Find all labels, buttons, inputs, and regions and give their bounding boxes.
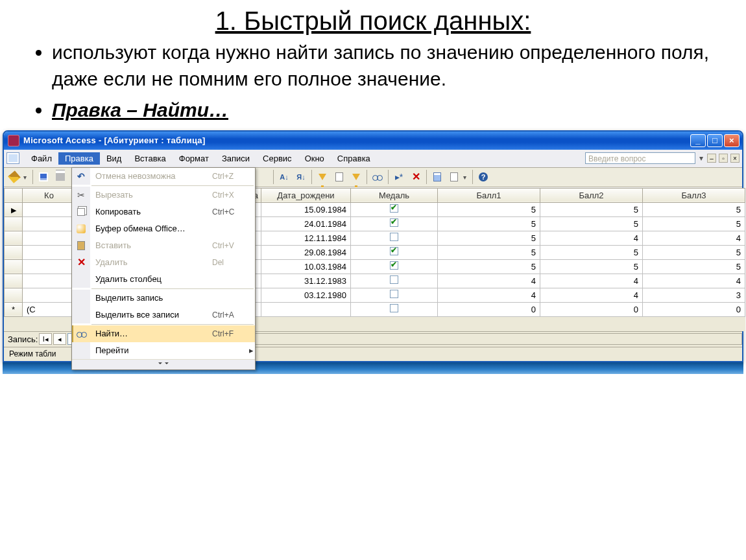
cell-b2[interactable]: 4	[540, 231, 643, 245]
menu-file[interactable]: Файл	[25, 152, 58, 165]
col-date[interactable]: Дата_рождени	[261, 188, 351, 202]
cell-date[interactable]: 10.03.1984	[261, 259, 351, 274]
cell-covered[interactable]	[23, 274, 76, 288]
menu-service[interactable]: Сервис	[256, 152, 298, 165]
cell-medal[interactable]	[351, 245, 438, 259]
col-medal[interactable]: Медаль	[351, 188, 438, 202]
filter-selection-button[interactable]	[315, 169, 330, 185]
menu-item-буфер-обмена-office-[interactable]: Буфер обмена Office…	[72, 220, 255, 237]
cell-medal[interactable]	[351, 302, 438, 316]
control-box-icon[interactable]	[6, 152, 19, 164]
apply-filter-button[interactable]	[348, 169, 364, 185]
menu-item-выделить-все-записи[interactable]: Выделить все записиCtrl+A	[72, 307, 255, 323]
checkbox-icon[interactable]	[390, 261, 398, 270]
menu-item-удалить-столбец[interactable]: Удалить столбец	[72, 271, 255, 288]
cell-covered[interactable]	[23, 231, 76, 245]
cell-b1[interactable]: 4	[438, 274, 540, 288]
cell-b3[interactable]: 4	[643, 231, 745, 245]
cell-b2[interactable]: 5	[540, 259, 643, 274]
cell-covered[interactable]	[23, 259, 76, 274]
row-selector[interactable]	[5, 274, 23, 288]
row-selector[interactable]: ▶	[5, 202, 23, 216]
cell-b3[interactable]: 0	[643, 302, 745, 316]
checkbox-icon[interactable]	[390, 247, 398, 255]
cell-b3[interactable]: 5	[643, 216, 745, 231]
menu-window[interactable]: Окно	[298, 152, 331, 165]
mdi-close-button[interactable]: ×	[730, 154, 740, 163]
view-dropdown-icon[interactable]: ▾	[23, 174, 30, 181]
cell-covered[interactable]	[23, 245, 76, 259]
cell-medal[interactable]	[351, 259, 438, 274]
cell-date[interactable]: 03.12.1980	[261, 288, 351, 302]
cell-b1[interactable]: 5	[438, 202, 540, 216]
checkbox-icon[interactable]	[390, 290, 398, 298]
cell-b2[interactable]: 5	[540, 202, 643, 216]
cell-b1[interactable]: 5	[438, 216, 540, 231]
menu-edit[interactable]: Правка	[58, 152, 100, 165]
title-bar[interactable]: Microsoft Access - [Абитуриент : таблица…	[4, 132, 742, 150]
ask-dropdown-icon[interactable]: ▾	[698, 154, 704, 163]
recnav-prev-button[interactable]: ◂	[53, 333, 66, 345]
cell-medal[interactable]	[351, 274, 438, 288]
cell-b1[interactable]: 5	[438, 259, 540, 274]
cell-medal[interactable]	[351, 231, 438, 245]
menu-item-копировать[interactable]: КопироватьCtrl+C	[72, 204, 255, 220]
cell-b2[interactable]: 4	[540, 274, 643, 288]
checkbox-icon[interactable]	[390, 275, 398, 284]
checkbox-icon[interactable]	[390, 304, 398, 312]
recnav-first-button[interactable]: I◂	[39, 333, 52, 345]
sort-asc-button[interactable]: А↓	[276, 169, 292, 185]
row-selector[interactable]	[5, 288, 23, 302]
mdi-minimize-button[interactable]: –	[707, 154, 716, 163]
menu-help[interactable]: Справка	[331, 152, 377, 165]
menu-view[interactable]: Вид	[100, 152, 128, 165]
cell-b1[interactable]: 5	[438, 245, 540, 259]
cell-b1[interactable]: 5	[438, 231, 540, 245]
row-selector[interactable]	[5, 259, 23, 274]
cell-b3[interactable]: 5	[643, 259, 745, 274]
cell-b2[interactable]: 5	[540, 216, 643, 231]
cell-date[interactable]: 31.12.1983	[261, 274, 351, 288]
print-button[interactable]	[53, 169, 68, 185]
close-button[interactable]: ×	[724, 134, 740, 147]
cell-b2[interactable]: 4	[540, 288, 643, 302]
row-selector[interactable]	[5, 231, 23, 245]
menu-item-перейти[interactable]: Перейти▸	[72, 342, 255, 359]
cell-date[interactable]: 15.09.1984	[261, 202, 351, 216]
save-button[interactable]	[36, 169, 51, 185]
menu-format[interactable]: Формат	[173, 152, 215, 165]
menu-item-найти-[interactable]: Найти…Ctrl+F	[72, 325, 255, 342]
cell-date[interactable]	[261, 302, 351, 316]
corner-cell[interactable]	[5, 188, 23, 202]
checkbox-icon[interactable]	[390, 233, 398, 241]
cell-b3[interactable]: 3	[643, 288, 745, 302]
new-object-dropdown-icon[interactable]: ▾	[463, 174, 470, 181]
cell-date[interactable]: 29.08.1984	[261, 245, 351, 259]
cell-b3[interactable]: 5	[643, 202, 745, 216]
checkbox-icon[interactable]	[390, 218, 398, 227]
cell-b3[interactable]: 4	[643, 274, 745, 288]
col-ball2[interactable]: Балл2	[540, 188, 643, 202]
menu-expand-button[interactable]: ▼▼	[72, 359, 255, 369]
cell-b2[interactable]: 0	[540, 302, 643, 316]
new-record-button[interactable]: ▸*	[391, 169, 407, 185]
find-button[interactable]	[370, 169, 385, 185]
menu-insert[interactable]: Вставка	[128, 152, 172, 165]
maximize-button[interactable]: □	[707, 134, 723, 147]
checkbox-icon[interactable]	[390, 204, 398, 213]
help-button[interactable]: ?	[475, 169, 491, 185]
cell-b2[interactable]: 5	[540, 245, 643, 259]
cell-medal[interactable]	[351, 288, 438, 302]
menu-item-выделить-запись[interactable]: Выделить запись	[72, 290, 255, 307]
cell-medal[interactable]	[351, 216, 438, 231]
col-partial-1[interactable]: Ко	[23, 188, 76, 202]
cell-b3[interactable]: 5	[643, 245, 745, 259]
new-object-button[interactable]	[446, 169, 462, 185]
cell-date[interactable]: 24.01.1984	[261, 216, 351, 231]
mdi-restore-button[interactable]: ▫	[719, 154, 728, 163]
cell-new-placeholder[interactable]: (С	[23, 302, 76, 316]
row-selector-new[interactable]: *	[5, 302, 23, 316]
cell-b1[interactable]: 4	[438, 288, 540, 302]
cell-covered[interactable]	[23, 216, 76, 231]
cell-covered[interactable]	[23, 202, 76, 216]
